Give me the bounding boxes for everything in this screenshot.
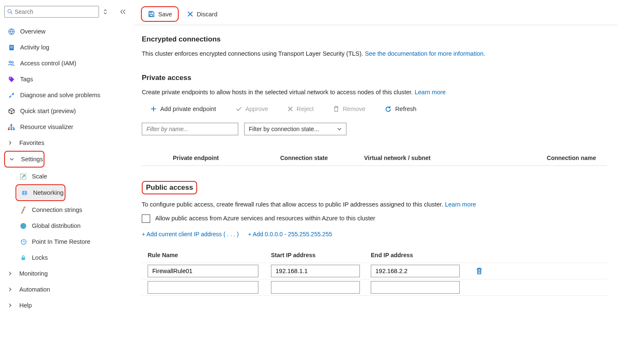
- label: Tags: [20, 76, 33, 83]
- end-ip-input[interactable]: [371, 265, 460, 277]
- sidebar-item-automation[interactable]: Automation: [4, 281, 126, 297]
- rule-name-input[interactable]: [148, 265, 258, 277]
- search-input[interactable]: [13, 8, 96, 15]
- private-title: Private access: [142, 74, 607, 82]
- label: Monitoring: [19, 270, 48, 277]
- sidebar-item-help[interactable]: Help: [4, 297, 126, 313]
- check-icon: [235, 106, 242, 112]
- label: Global distribution: [32, 222, 81, 229]
- public-title: Public access: [146, 183, 193, 191]
- col-connection-state: Connection state: [280, 155, 364, 161]
- clock-restore-icon: [19, 238, 27, 245]
- chevron-right-icon: [8, 287, 14, 292]
- filter-state-dropdown[interactable]: Filter by connection state...: [244, 123, 346, 135]
- people-icon: [8, 60, 15, 67]
- expand-toggle-icon[interactable]: [103, 8, 107, 15]
- svg-rect-12: [13, 128, 15, 130]
- label: Approve: [245, 106, 268, 112]
- sidebar-item-connection-strings[interactable]: Connection strings: [4, 202, 126, 218]
- svg-point-6: [9, 61, 11, 63]
- label: Add private endpoint: [160, 106, 216, 112]
- sidebar-item-tags[interactable]: Tags: [4, 71, 126, 87]
- public-body: To configure public access, create firew…: [142, 200, 607, 209]
- label: Locks: [32, 254, 48, 261]
- label: Discard: [197, 11, 217, 18]
- discard-button[interactable]: Discard: [182, 8, 222, 20]
- chevron-right-icon: [8, 303, 14, 308]
- cube-icon: [8, 108, 15, 115]
- svg-rect-10: [8, 128, 10, 130]
- svg-point-7: [12, 62, 13, 63]
- col-rule-name: Rule Name: [148, 252, 271, 258]
- label: Access control (IAM): [20, 60, 76, 67]
- allow-azure-checkbox[interactable]: [142, 214, 150, 223]
- firewall-row: [142, 263, 607, 279]
- globe-icon: [8, 28, 15, 35]
- search-box[interactable]: [4, 6, 99, 18]
- label: Networking: [33, 189, 64, 196]
- sidebar-item-global-distribution[interactable]: Global distribution: [4, 218, 126, 234]
- sidebar-item-quickstart[interactable]: Quick start (preview): [4, 103, 126, 119]
- refresh-button[interactable]: Refresh: [380, 103, 422, 115]
- sidebar-item-activity-log[interactable]: Activity log: [4, 39, 126, 55]
- add-all-ip-link[interactable]: + Add 0.0.0.0 - 255.255.255.255: [248, 231, 332, 238]
- encrypted-doc-link[interactable]: See the documentation for more informati…: [365, 50, 485, 57]
- hierarchy-icon: [8, 124, 15, 131]
- public-learn-link[interactable]: Learn more: [445, 201, 476, 208]
- save-button[interactable]: Save: [143, 8, 177, 20]
- sidebar-item-monitoring[interactable]: Monitoring: [4, 266, 126, 281]
- chevron-down-icon: [9, 157, 16, 162]
- chevron-right-icon: [8, 140, 14, 145]
- end-ip-input[interactable]: [371, 281, 460, 294]
- sidebar: Overview Activity log Access control (IA…: [4, 6, 126, 313]
- x-icon: [287, 106, 293, 112]
- refresh-icon: [385, 106, 392, 113]
- close-icon: [187, 11, 193, 17]
- private-endpoint-table-header: Private endpoint Connection state Virtua…: [142, 150, 607, 166]
- col-end-ip: End IP address: [371, 252, 471, 258]
- svg-rect-17: [21, 257, 25, 260]
- filter-name-input[interactable]: [142, 123, 238, 135]
- sidebar-item-settings[interactable]: Settings: [6, 152, 43, 166]
- firewall-row: [142, 279, 607, 296]
- rule-name-input[interactable]: [148, 281, 258, 294]
- lock-icon: [19, 254, 27, 261]
- tag-icon: [8, 76, 15, 83]
- label: Overview: [20, 28, 45, 35]
- remove-button: Remove: [328, 103, 370, 115]
- start-ip-input[interactable]: [271, 281, 360, 294]
- add-private-endpoint-button[interactable]: Add private endpoint: [145, 103, 221, 115]
- sidebar-item-scale[interactable]: Scale: [4, 168, 126, 184]
- plus-icon: [150, 106, 157, 112]
- reject-button: Reject: [282, 103, 319, 115]
- collapse-icon[interactable]: [112, 9, 126, 15]
- chevron-down-icon: [337, 126, 342, 132]
- label: Connection strings: [32, 207, 82, 213]
- sidebar-item-diagnose[interactable]: Diagnose and solve problems: [4, 87, 126, 103]
- start-ip-input[interactable]: [271, 265, 360, 277]
- label: Save: [158, 11, 172, 18]
- sidebar-item-networking[interactable]: Networking: [17, 186, 64, 200]
- sidebar-item-favorites[interactable]: Favorites: [4, 135, 126, 151]
- sidebar-item-pitr[interactable]: Point In Time Restore: [4, 234, 126, 250]
- sidebar-item-locks[interactable]: Locks: [4, 250, 126, 266]
- chevron-right-icon: [8, 271, 14, 276]
- link-icon: [19, 207, 27, 214]
- label: Automation: [19, 286, 50, 293]
- add-current-ip-link[interactable]: + Add current client IP address ( . . . …: [142, 231, 239, 238]
- private-body: Create private endpoints to allow hosts …: [142, 88, 607, 97]
- label: Refresh: [395, 106, 417, 112]
- sidebar-item-resource-viz[interactable]: Resource visualizer: [4, 119, 126, 135]
- svg-rect-18: [150, 15, 152, 16]
- private-learn-link[interactable]: Learn more: [414, 89, 445, 96]
- approve-button: Approve: [230, 103, 273, 115]
- save-icon: [148, 10, 155, 18]
- label: Diagnose and solve problems: [20, 92, 100, 98]
- svg-rect-9: [10, 124, 12, 126]
- svg-rect-11: [10, 128, 12, 130]
- sidebar-item-overview[interactable]: Overview: [4, 23, 126, 39]
- svg-point-8: [10, 77, 11, 79]
- sidebar-item-iam[interactable]: Access control (IAM): [4, 55, 126, 71]
- delete-rule-icon[interactable]: [476, 267, 483, 275]
- search-icon: [7, 9, 13, 15]
